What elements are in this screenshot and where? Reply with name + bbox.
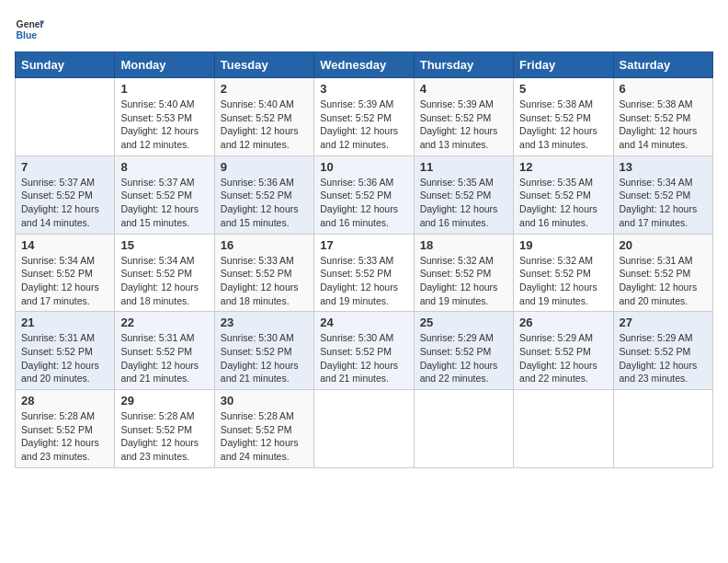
day-number: 23: [221, 316, 308, 329]
day-number: 11: [420, 160, 507, 174]
calendar-cell: [314, 390, 414, 468]
day-info: Sunrise: 5:34 AM Sunset: 5:52 PM Dayligh…: [120, 254, 208, 308]
calendar-cell: 16Sunrise: 5:33 AM Sunset: 5:52 PM Dayli…: [214, 234, 313, 312]
calendar-cell: 10Sunrise: 5:36 AM Sunset: 5:52 PM Dayli…: [314, 155, 414, 234]
day-number: 2: [221, 82, 308, 96]
day-number: 25: [420, 316, 507, 329]
day-info: Sunrise: 5:33 AM Sunset: 5:52 PM Dayligh…: [320, 254, 407, 308]
weekday-header-thursday: Thursday: [414, 52, 513, 78]
calendar-cell: 30Sunrise: 5:28 AM Sunset: 5:52 PM Dayli…: [214, 390, 313, 468]
day-number: 15: [120, 238, 208, 252]
calendar-cell: 3Sunrise: 5:39 AM Sunset: 5:52 PM Daylig…: [314, 78, 414, 156]
calendar-week-row: 14Sunrise: 5:34 AM Sunset: 5:52 PM Dayli…: [16, 234, 713, 312]
calendar-cell: 26Sunrise: 5:29 AM Sunset: 5:52 PM Dayli…: [514, 312, 613, 390]
calendar-cell: 27Sunrise: 5:29 AM Sunset: 5:52 PM Dayli…: [613, 312, 712, 390]
calendar-cell: [16, 78, 115, 156]
day-info: Sunrise: 5:33 AM Sunset: 5:52 PM Dayligh…: [221, 254, 308, 308]
calendar-cell: 15Sunrise: 5:34 AM Sunset: 5:52 PM Dayli…: [115, 234, 214, 312]
day-info: Sunrise: 5:35 AM Sunset: 5:52 PM Dayligh…: [420, 176, 507, 230]
logo: General Blue: [15, 15, 44, 44]
calendar-cell: 24Sunrise: 5:30 AM Sunset: 5:52 PM Dayli…: [314, 312, 414, 390]
weekday-header-sunday: Sunday: [16, 52, 115, 78]
calendar-cell: 8Sunrise: 5:37 AM Sunset: 5:52 PM Daylig…: [115, 155, 214, 234]
calendar-week-row: 21Sunrise: 5:31 AM Sunset: 5:52 PM Dayli…: [16, 312, 713, 390]
day-info: Sunrise: 5:36 AM Sunset: 5:52 PM Dayligh…: [320, 176, 407, 230]
day-number: 3: [320, 82, 407, 96]
day-number: 20: [620, 238, 707, 252]
day-info: Sunrise: 5:30 AM Sunset: 5:52 PM Dayligh…: [320, 331, 407, 385]
day-info: Sunrise: 5:36 AM Sunset: 5:52 PM Dayligh…: [221, 176, 308, 230]
calendar-cell: [414, 390, 513, 468]
calendar-cell: 6Sunrise: 5:38 AM Sunset: 5:52 PM Daylig…: [613, 78, 712, 156]
calendar-cell: 21Sunrise: 5:31 AM Sunset: 5:52 PM Dayli…: [16, 312, 115, 390]
day-number: 29: [120, 394, 208, 408]
weekday-header-wednesday: Wednesday: [314, 52, 414, 78]
calendar-cell: 17Sunrise: 5:33 AM Sunset: 5:52 PM Dayli…: [314, 234, 414, 312]
calendar-week-row: 28Sunrise: 5:28 AM Sunset: 5:52 PM Dayli…: [16, 390, 713, 468]
day-info: Sunrise: 5:28 AM Sunset: 5:52 PM Dayligh…: [120, 409, 208, 464]
day-number: 6: [620, 82, 707, 96]
day-number: 17: [320, 238, 407, 252]
day-info: Sunrise: 5:28 AM Sunset: 5:52 PM Dayligh…: [21, 409, 108, 464]
day-info: Sunrise: 5:28 AM Sunset: 5:52 PM Dayligh…: [221, 409, 308, 464]
calendar-cell: 11Sunrise: 5:35 AM Sunset: 5:52 PM Dayli…: [414, 155, 513, 234]
calendar-week-row: 7Sunrise: 5:37 AM Sunset: 5:52 PM Daylig…: [16, 155, 713, 234]
calendar-cell: 29Sunrise: 5:28 AM Sunset: 5:52 PM Dayli…: [115, 390, 214, 468]
day-number: 14: [21, 238, 108, 252]
calendar-cell: 19Sunrise: 5:32 AM Sunset: 5:52 PM Dayli…: [514, 234, 613, 312]
day-number: 5: [519, 82, 607, 96]
day-number: 9: [221, 160, 308, 174]
calendar-cell: 2Sunrise: 5:40 AM Sunset: 5:52 PM Daylig…: [214, 78, 313, 156]
day-number: 22: [120, 316, 208, 329]
calendar-cell: 13Sunrise: 5:34 AM Sunset: 5:52 PM Dayli…: [613, 155, 712, 234]
calendar-cell: 25Sunrise: 5:29 AM Sunset: 5:52 PM Dayli…: [414, 312, 513, 390]
day-info: Sunrise: 5:31 AM Sunset: 5:52 PM Dayligh…: [21, 331, 108, 385]
day-number: 28: [21, 394, 108, 408]
calendar-cell: 14Sunrise: 5:34 AM Sunset: 5:52 PM Dayli…: [16, 234, 115, 312]
day-number: 7: [21, 160, 108, 174]
day-info: Sunrise: 5:32 AM Sunset: 5:52 PM Dayligh…: [519, 254, 607, 308]
page-header: General Blue: [15, 15, 713, 44]
calendar-cell: [514, 390, 613, 468]
day-number: 1: [120, 82, 208, 96]
calendar-week-row: 1Sunrise: 5:40 AM Sunset: 5:53 PM Daylig…: [16, 78, 713, 156]
day-number: 30: [221, 394, 308, 408]
day-info: Sunrise: 5:39 AM Sunset: 5:52 PM Dayligh…: [320, 98, 407, 152]
calendar-cell: 1Sunrise: 5:40 AM Sunset: 5:53 PM Daylig…: [115, 78, 214, 156]
day-number: 16: [221, 238, 308, 252]
weekday-header-tuesday: Tuesday: [214, 52, 313, 78]
day-number: 12: [519, 160, 607, 174]
svg-text:Blue: Blue: [17, 30, 38, 40]
day-info: Sunrise: 5:37 AM Sunset: 5:52 PM Dayligh…: [21, 176, 108, 230]
day-info: Sunrise: 5:31 AM Sunset: 5:52 PM Dayligh…: [120, 331, 208, 385]
svg-text:General: General: [17, 19, 44, 29]
day-info: Sunrise: 5:30 AM Sunset: 5:52 PM Dayligh…: [221, 331, 308, 385]
day-number: 8: [120, 160, 208, 174]
day-info: Sunrise: 5:34 AM Sunset: 5:52 PM Dayligh…: [620, 176, 707, 230]
day-info: Sunrise: 5:37 AM Sunset: 5:52 PM Dayligh…: [120, 176, 208, 230]
day-info: Sunrise: 5:29 AM Sunset: 5:52 PM Dayligh…: [620, 331, 707, 385]
day-number: 26: [519, 316, 607, 329]
calendar-cell: 23Sunrise: 5:30 AM Sunset: 5:52 PM Dayli…: [214, 312, 313, 390]
day-number: 19: [519, 238, 607, 252]
day-info: Sunrise: 5:39 AM Sunset: 5:52 PM Dayligh…: [420, 98, 507, 152]
day-info: Sunrise: 5:38 AM Sunset: 5:52 PM Dayligh…: [620, 98, 707, 152]
weekday-header-monday: Monday: [115, 52, 214, 78]
day-info: Sunrise: 5:29 AM Sunset: 5:52 PM Dayligh…: [420, 331, 507, 385]
day-info: Sunrise: 5:29 AM Sunset: 5:52 PM Dayligh…: [519, 331, 607, 385]
weekday-header-saturday: Saturday: [613, 52, 712, 78]
calendar-cell: 28Sunrise: 5:28 AM Sunset: 5:52 PM Dayli…: [16, 390, 115, 468]
day-info: Sunrise: 5:32 AM Sunset: 5:52 PM Dayligh…: [420, 254, 507, 308]
calendar-cell: 20Sunrise: 5:31 AM Sunset: 5:52 PM Dayli…: [613, 234, 712, 312]
day-number: 13: [620, 160, 707, 174]
calendar-cell: 9Sunrise: 5:36 AM Sunset: 5:52 PM Daylig…: [214, 155, 313, 234]
day-number: 24: [320, 316, 407, 329]
calendar-cell: 18Sunrise: 5:32 AM Sunset: 5:52 PM Dayli…: [414, 234, 513, 312]
day-number: 21: [21, 316, 108, 329]
day-info: Sunrise: 5:40 AM Sunset: 5:52 PM Dayligh…: [221, 98, 308, 152]
calendar-cell: 7Sunrise: 5:37 AM Sunset: 5:52 PM Daylig…: [16, 155, 115, 234]
calendar-cell: 4Sunrise: 5:39 AM Sunset: 5:52 PM Daylig…: [414, 78, 513, 156]
day-number: 4: [420, 82, 507, 96]
day-info: Sunrise: 5:38 AM Sunset: 5:52 PM Dayligh…: [519, 98, 607, 152]
calendar-cell: 22Sunrise: 5:31 AM Sunset: 5:52 PM Dayli…: [115, 312, 214, 390]
